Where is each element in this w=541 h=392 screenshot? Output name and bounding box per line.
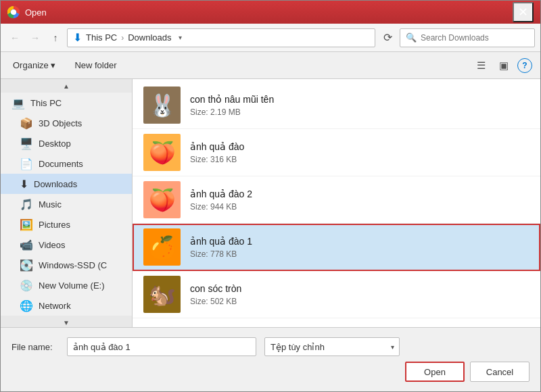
sidebar-scroll-up[interactable]: ▲ (1, 79, 132, 93)
file-size-5: Size: 502 KB (190, 297, 530, 306)
help-button[interactable]: ? (517, 58, 532, 73)
up-icon: ↑ (53, 32, 58, 43)
address-path[interactable]: ⬇ This PC › Downloads ▾ (67, 28, 375, 47)
sidebar-item-windows-ssd[interactable]: 💽 Windows-SSD (C (1, 255, 132, 275)
filetype-select[interactable]: Tệp tùy chỉnh (264, 337, 400, 356)
file-list: 🐰 con thỏ nâu mũi tên Size: 2.19 MB 🍑 ản… (133, 79, 540, 327)
search-input[interactable] (421, 33, 529, 43)
new-folder-button[interactable]: New folder (70, 57, 120, 73)
network-icon: 🌐 (20, 299, 33, 312)
dialog-title: Open (25, 7, 507, 18)
sidebar-item-videos[interactable]: 📹 Videos (1, 235, 132, 255)
new-volume-icon: 💿 (20, 279, 33, 292)
address-bar: ← → ↑ ⬇ This PC › Downloads ▾ ⟳ 🔍 (1, 24, 540, 52)
this-pc-label: This PC (86, 32, 117, 43)
file-info-2: ảnh quả đào Size: 316 KB (190, 141, 530, 164)
sidebar-item-music[interactable]: 🎵 Music (1, 194, 132, 214)
bottom-bar: File name: Tệp tùy chỉnh ▾ Open Cancel (1, 327, 540, 391)
file-info-5: con sóc tròn Size: 502 KB (190, 283, 530, 306)
file-item-4[interactable]: 🍊 ảnh quả đào 1 Size: 778 KB (133, 224, 540, 271)
sidebar-item-pictures[interactable]: 🖼️ Pictures (1, 214, 132, 235)
pane-icon: ▣ (499, 59, 509, 72)
sidebar-item-videos-label: Videos (39, 240, 66, 250)
file-size-2: Size: 316 KB (190, 155, 530, 164)
file-name-3: ảnh quả đào 2 (190, 189, 530, 199)
sidebar-item-network[interactable]: 🌐 Network (1, 295, 132, 316)
chrome-icon (7, 6, 20, 18)
main-content: ▲ 💻 This PC 📦 3D Objects 🖥️ Desktop 📄 Do… (1, 79, 540, 327)
file-thumbnail-4: 🍊 (143, 228, 181, 266)
sidebar-item-music-label: Music (39, 199, 62, 210)
file-size-3: Size: 944 KB (190, 202, 530, 212)
sidebar-item-new-volume-label: New Volume (E:) (39, 280, 105, 291)
file-name-1: con thỏ nâu mũi tên (190, 94, 530, 105)
sidebar-item-downloads[interactable]: ⬇ Downloads (1, 174, 132, 194)
refresh-icon: ⟳ (383, 31, 392, 44)
music-icon: 🎵 (20, 198, 33, 211)
sidebar-item-3d-objects-label: 3D Objects (39, 118, 82, 128)
3d-objects-icon: 📦 (20, 117, 33, 130)
back-button[interactable]: ← (6, 29, 24, 47)
open-button[interactable]: Open (405, 362, 465, 382)
file-size-1: Size: 2.19 MB (190, 107, 530, 117)
documents-icon: 📄 (20, 157, 33, 170)
pane-button[interactable]: ▣ (494, 56, 513, 75)
toolbar: Organize ▾ New folder ☰ ▣ ? (1, 52, 540, 79)
file-thumbnail-5: 🐿️ (143, 276, 181, 313)
sidebar-item-3d-objects[interactable]: 📦 3D Objects (1, 113, 132, 133)
svg-point-1 (11, 9, 16, 15)
filename-label: File name: (11, 342, 59, 352)
button-row: Open Cancel (11, 362, 530, 382)
file-item-5[interactable]: 🐿️ con sóc tròn Size: 502 KB (133, 271, 540, 318)
sidebar-item-pictures-label: Pictures (39, 220, 70, 230)
file-thumbnail-3: 🍑 (143, 181, 181, 218)
refresh-button[interactable]: ⟳ (378, 28, 397, 47)
downloads-label: Downloads (128, 32, 171, 43)
file-info-4: ảnh quả đào 1 Size: 778 KB (190, 236, 530, 259)
up-button[interactable]: ↑ (47, 29, 64, 47)
file-size-4: Size: 778 KB (190, 249, 530, 259)
sidebar-item-downloads-label: Downloads (34, 179, 77, 189)
title-bar: Open ✕ (1, 1, 540, 24)
cancel-button[interactable]: Cancel (470, 362, 530, 382)
search-box[interactable]: 🔍 (400, 28, 535, 47)
sidebar-item-documents[interactable]: 📄 Documents (1, 153, 132, 174)
sidebar-item-new-volume[interactable]: 💿 New Volume (E:) (1, 275, 132, 295)
view-mode-button[interactable]: ☰ (471, 56, 490, 75)
sidebar-item-desktop[interactable]: 🖥️ Desktop (1, 133, 132, 153)
forward-button[interactable]: → (26, 29, 44, 47)
filetype-wrapper: Tệp tùy chỉnh ▾ (264, 337, 400, 356)
toolbar-right: ☰ ▣ ? (471, 56, 532, 75)
file-item-3[interactable]: 🍑 ảnh quả đào 2 Size: 944 KB (133, 176, 540, 224)
sidebar-scroll-down[interactable]: ▼ (1, 316, 132, 327)
view-icon: ☰ (477, 59, 486, 72)
search-icon: 🔍 (406, 32, 417, 43)
file-name-2: ảnh quả đào (190, 141, 530, 152)
file-name-5: con sóc tròn (190, 283, 530, 294)
file-item-2[interactable]: 🍑 ảnh quả đào Size: 316 KB (133, 129, 540, 176)
separator-1: › (121, 33, 124, 43)
this-pc-icon: 💻 (11, 97, 25, 109)
pictures-icon: 🖼️ (20, 218, 33, 231)
file-name-4: ảnh quả đào 1 (190, 236, 530, 247)
sidebar-item-documents-label: Documents (39, 159, 83, 169)
open-dialog: Open ✕ ← → ↑ ⬇ This PC › Downloads ▾ ⟳ 🔍… (0, 0, 541, 392)
desktop-icon: 🖥️ (20, 137, 33, 150)
filename-input[interactable] (67, 337, 256, 356)
sidebar-item-desktop-label: Desktop (39, 139, 71, 149)
sidebar-item-this-pc[interactable]: 💻 This PC (1, 93, 132, 113)
file-thumbnail-1: 🐰 (143, 87, 181, 124)
file-info-3: ảnh quả đào 2 Size: 944 KB (190, 189, 530, 212)
file-item-1[interactable]: 🐰 con thỏ nâu mũi tên Size: 2.19 MB (133, 82, 540, 129)
address-dropdown-icon: ▾ (179, 34, 182, 41)
file-thumbnail-2: 🍑 (143, 134, 181, 171)
filename-row: File name: Tệp tùy chỉnh ▾ (11, 337, 530, 356)
windows-ssd-icon: 💽 (20, 259, 33, 272)
close-button[interactable]: ✕ (513, 2, 534, 22)
sidebar-item-network-label: Network (39, 301, 71, 311)
downloads-icon: ⬇ (20, 178, 28, 191)
sidebar: ▲ 💻 This PC 📦 3D Objects 🖥️ Desktop 📄 Do… (1, 79, 133, 327)
back-icon: ← (10, 32, 20, 43)
organize-button[interactable]: Organize ▾ (9, 57, 60, 73)
sidebar-item-windows-ssd-label: Windows-SSD (C (39, 260, 107, 270)
